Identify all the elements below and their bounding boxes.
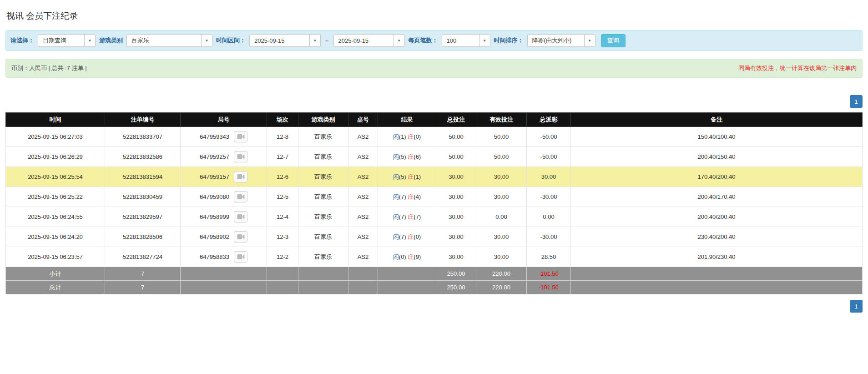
filter-bar: 请选择： 日期查询 ▼ 游戏类别 百家乐 ▼ 时间区间： 2025-09-15 … xyxy=(5,30,863,51)
cell-valid-bet: 50.00 xyxy=(476,147,527,167)
sort-label: 时间排序： xyxy=(494,36,524,45)
column-header: 总派彩 xyxy=(527,113,571,127)
cell-game-type: 百家乐 xyxy=(298,167,348,187)
pagination-bottom: 1 xyxy=(5,300,863,313)
empty-cell xyxy=(267,267,298,281)
cell-valid-bet: 50.00 xyxy=(476,127,527,147)
cell-round-id: 647958902 xyxy=(181,227,267,247)
date-from-select[interactable]: 2025-09-15 ▼ xyxy=(249,34,321,47)
video-icon[interactable] xyxy=(234,251,247,263)
cell-total-bet[interactable]: 30.00 xyxy=(436,207,476,227)
cell-total-bet[interactable]: 50.00 xyxy=(436,127,476,147)
player-result-label: 闲 xyxy=(393,193,399,200)
empty-cell xyxy=(378,267,436,281)
date-to-select[interactable]: 2025-09-15 ▼ xyxy=(333,34,405,47)
player-result-label: 闲 xyxy=(393,153,399,160)
page-size-select[interactable]: 100 ▼ xyxy=(442,34,490,47)
empty-cell xyxy=(298,281,348,294)
video-icon[interactable] xyxy=(234,191,247,202)
search-button[interactable]: 查询 xyxy=(601,34,626,47)
chevron-down-icon[interactable]: ▼ xyxy=(309,35,320,46)
cell-time: 2025-09-15 06:25:22 xyxy=(6,187,105,207)
cell-session: 12-4 xyxy=(267,207,298,227)
video-camera-glyph xyxy=(237,254,245,260)
banker-result-count: (6) xyxy=(414,153,421,160)
round-id: 647958902 xyxy=(200,233,229,240)
column-header: 场次 xyxy=(267,113,298,127)
video-icon[interactable] xyxy=(234,171,247,182)
empty-cell xyxy=(571,281,863,294)
total-count: 7 xyxy=(105,281,181,294)
cell-bet-id: 522813830459 xyxy=(105,187,181,207)
cell-payout: 0.00 xyxy=(527,207,571,227)
empty-cell xyxy=(298,267,348,281)
cell-total-bet[interactable]: 50.00 xyxy=(436,147,476,167)
game-type-select[interactable]: 百家乐 ▼ xyxy=(126,34,212,47)
chevron-down-icon[interactable]: ▼ xyxy=(584,35,595,46)
round-id: 647959157 xyxy=(200,173,229,180)
cell-total-bet[interactable]: 30.00 xyxy=(436,227,476,247)
cell-bet-id: 522813829597 xyxy=(105,207,181,227)
column-header: 结果 xyxy=(378,113,436,127)
page-button[interactable]: 1 xyxy=(850,95,863,108)
cell-payout: 28.50 xyxy=(527,247,571,267)
table-row: 2025-09-15 06:24:55522813829597647958999… xyxy=(6,207,863,227)
video-icon[interactable] xyxy=(234,131,247,142)
cell-payout: 30.00 xyxy=(527,167,571,187)
summary-bar: 币别：人民币 | 总共 :7 注单 | 同局有效投注，统一计算在该局第一张注单内 xyxy=(5,59,863,78)
cell-session: 12-6 xyxy=(267,167,298,187)
cell-valid-bet: 30.00 xyxy=(476,167,527,187)
total-total-bet: 250.00 xyxy=(436,281,476,294)
total-valid-bet: 220.00 xyxy=(476,281,527,294)
cell-valid-bet: 30.00 xyxy=(476,187,527,207)
column-header: 备注 xyxy=(571,113,863,127)
cell-note: 200.40/150.40 xyxy=(571,147,863,167)
column-header: 游戏类别 xyxy=(298,113,348,127)
cell-bet-id: 522813832586 xyxy=(105,147,181,167)
empty-cell xyxy=(181,267,267,281)
date-range-label: 时间区间： xyxy=(216,36,246,45)
chevron-down-icon[interactable]: ▼ xyxy=(84,35,95,46)
cell-total-bet[interactable]: 30.00 xyxy=(436,247,476,267)
cell-total-bet[interactable]: 30.00 xyxy=(436,187,476,207)
cell-game-type: 百家乐 xyxy=(298,247,348,267)
query-type-select[interactable]: 日期查询 ▼ xyxy=(38,34,96,47)
cell-table-no: AS2 xyxy=(348,207,378,227)
date-from-value: 2025-09-15 xyxy=(250,37,309,44)
player-result-count: (7) xyxy=(399,233,406,240)
player-result-count: (7) xyxy=(399,213,406,220)
page-size-value: 100 xyxy=(442,37,479,44)
cell-total-bet[interactable]: 30.00 xyxy=(436,167,476,187)
video-icon[interactable] xyxy=(234,211,247,222)
video-icon[interactable] xyxy=(234,231,247,243)
round-id: 647959257 xyxy=(200,153,229,160)
chevron-down-icon[interactable]: ▼ xyxy=(394,35,404,46)
empty-cell xyxy=(348,267,378,281)
query-type-label: 请选择： xyxy=(10,36,34,45)
cell-game-type: 百家乐 xyxy=(298,227,348,247)
chevron-down-icon[interactable]: ▼ xyxy=(201,35,212,46)
banker-result-count: (7) xyxy=(414,213,421,220)
round-id: 647958999 xyxy=(200,213,229,220)
column-header: 时间 xyxy=(6,113,105,127)
date-to-value: 2025-09-15 xyxy=(334,37,394,44)
banker-result-label: 庄 xyxy=(408,133,414,140)
table-header-row: 时间注单编号局号场次游戏类别桌号结果总投注有效投注总派彩备注 xyxy=(6,113,863,127)
video-camera-glyph xyxy=(237,194,245,200)
cell-time: 2025-09-15 06:27:03 xyxy=(6,127,105,147)
game-type-value: 百家乐 xyxy=(127,36,201,45)
cell-note: 200.40/200.40 xyxy=(571,207,863,227)
page-button[interactable]: 1 xyxy=(850,300,863,313)
subtotal-valid-bet: 220.00 xyxy=(476,267,527,281)
cell-table-no: AS2 xyxy=(348,187,378,207)
cell-result: 闲(0) 庄(9) xyxy=(378,247,436,267)
cell-table-no: AS2 xyxy=(348,227,378,247)
sort-select[interactable]: 降幂(由大到小) ▼ xyxy=(527,34,595,47)
sort-value: 降幂(由大到小) xyxy=(528,36,584,45)
video-camera-glyph xyxy=(237,234,245,240)
cell-game-type: 百家乐 xyxy=(298,207,348,227)
table-row: 2025-09-15 06:26:29522813832586647959257… xyxy=(6,147,863,167)
chevron-down-icon[interactable]: ▼ xyxy=(479,35,490,46)
video-icon[interactable] xyxy=(234,151,247,162)
cell-note: 170.40/200.40 xyxy=(571,167,863,187)
